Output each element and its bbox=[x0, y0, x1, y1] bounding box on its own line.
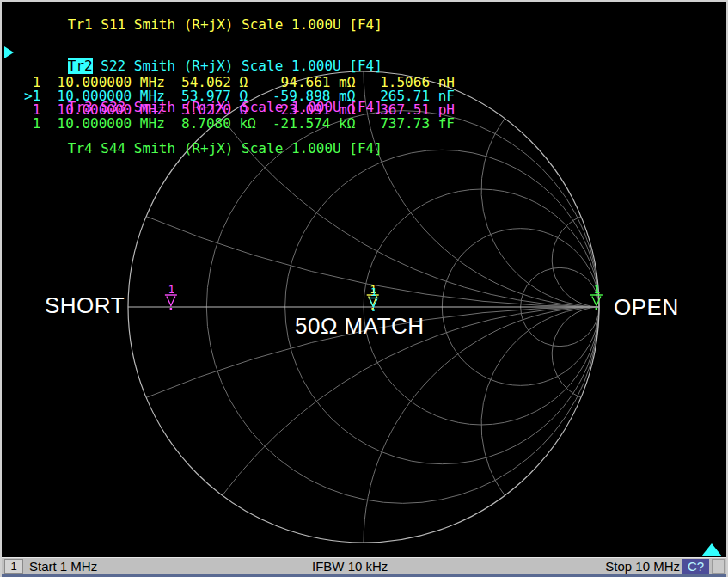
svg-text:1: 1 bbox=[168, 283, 174, 296]
short-label: SHORT bbox=[45, 294, 125, 316]
svg-text:1: 1 bbox=[370, 285, 377, 298]
active-trace-pointer-icon bbox=[4, 46, 14, 58]
open-label: OPEN bbox=[614, 296, 679, 318]
marker-readout-tr4: 1 10.000000 MHz 8.7080 kΩ -21.574 kΩ 737… bbox=[24, 117, 455, 131]
trace-row-tr4[interactable]: Tr4 S44 Smith (R+jX) Scale 1.000U [F4] bbox=[18, 128, 382, 169]
marker-readouts: 1 10.000000 MHz 54.062 Ω 94.661 mΩ 1.506… bbox=[24, 76, 455, 131]
scroll-up-icon[interactable] bbox=[701, 543, 722, 556]
stop-frequency: Stop 10 MHz bbox=[605, 559, 680, 574]
trace-row-tr1[interactable]: Tr1 S11 Smith (R+jX) Scale 1.000U [F4] bbox=[18, 4, 382, 46]
channel-indicator: 1 bbox=[4, 559, 23, 574]
status-end-box bbox=[712, 559, 725, 574]
ifbw-indicator: IFBW 10 kHz bbox=[312, 559, 388, 574]
status-right-group: Stop 10 MHz C? bbox=[605, 559, 725, 574]
trace-descriptor: S44 Smith (R+jX) Scale 1.000U [F4] bbox=[93, 140, 382, 157]
trace-id[interactable]: Tr4 bbox=[68, 140, 93, 157]
trace-id[interactable]: Tr2 bbox=[68, 58, 93, 74]
start-frequency: Start 1 MHz bbox=[29, 559, 97, 574]
match-label: 50Ω MATCH bbox=[295, 315, 425, 337]
correction-status-badge: C? bbox=[682, 559, 709, 574]
trace-id[interactable]: Tr1 bbox=[68, 16, 93, 33]
vna-screen: 1111 Tr1 S11 Smith (R+jX) Scale 1.000U [… bbox=[0, 0, 728, 577]
trace-descriptor: S11 Smith (R+jX) Scale 1.000U [F4] bbox=[93, 16, 382, 33]
svg-text:1: 1 bbox=[593, 283, 600, 296]
trace-descriptor: S22 Smith (R+jX) Scale 1.000U [F4] bbox=[93, 58, 382, 74]
status-bar: 1 Start 1 MHz IFBW 10 kHz Stop 10 MHz C? bbox=[2, 557, 726, 574]
